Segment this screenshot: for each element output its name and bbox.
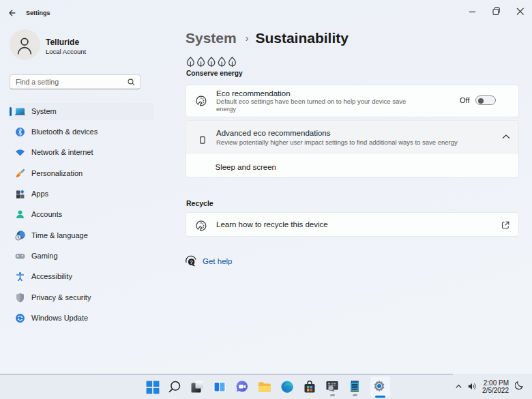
svg-text:?: ? [190,259,193,265]
